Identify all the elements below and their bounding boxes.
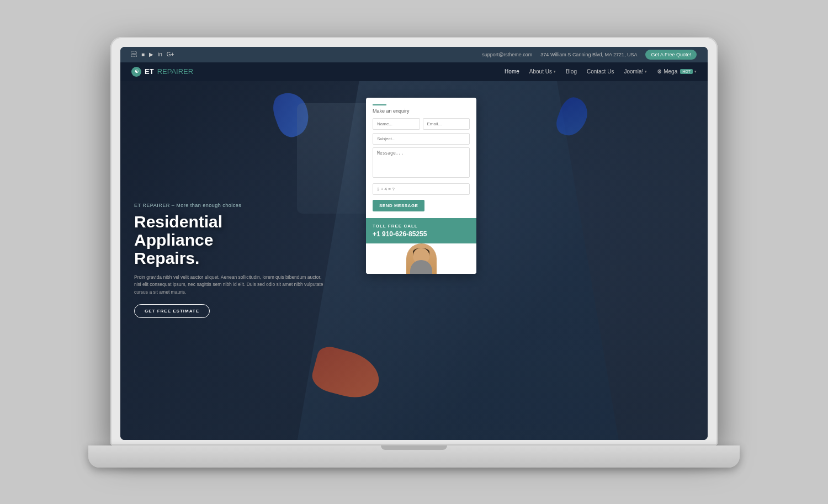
person-section — [366, 243, 476, 274]
mega-hot-badge: HOT — [680, 69, 693, 74]
nav-home[interactable]: Home — [505, 68, 519, 75]
hero-left: ET REPAIRER – More than enough choices R… — [134, 98, 355, 423]
googleplus-icon[interactable]: G+ — [167, 51, 174, 57]
toll-label: TOLL FREE CALL — [373, 224, 470, 229]
hero-description: Proin gravida nibh vel velit auctor aliq… — [134, 274, 327, 296]
form-accent-line — [373, 104, 386, 105]
form-title: Make an enquiry — [373, 108, 470, 114]
chevron-down-icon-2: ▾ — [645, 70, 647, 74]
laptop-wrapper:  ■ ▶ in G+ support@rstheme.com 374 Will… — [110, 37, 718, 468]
nav-links: Home About Us ▾ Blog Contact Us Joomla! … — [505, 68, 697, 75]
top-bar-right: support@rstheme.com 374 William S Cannin… — [482, 50, 697, 60]
person-body — [410, 260, 432, 274]
nav-mega[interactable]: ⚙ Mega HOT ▾ — [657, 68, 697, 75]
nav-contact[interactable]: Contact Us — [587, 68, 614, 75]
facebook-icon[interactable]:  — [131, 51, 137, 57]
laptop-body:  ■ ▶ in G+ support@rstheme.com 374 Will… — [110, 37, 718, 445]
hero-tagline: ET REPAIRER – More than enough choices — [134, 203, 355, 208]
website:  ■ ▶ in G+ support@rstheme.com 374 Will… — [120, 47, 708, 440]
captcha-input[interactable] — [373, 183, 470, 195]
form-name-email-row — [373, 118, 470, 130]
brand-et: ET — [145, 67, 154, 76]
toll-number: +1 910-626-85255 — [373, 230, 470, 238]
laptop-base — [88, 445, 740, 468]
nav-joomla[interactable]: Joomla! ▾ — [624, 68, 647, 75]
chevron-down-icon-3: ▾ — [694, 70, 697, 74]
subject-input[interactable] — [373, 133, 470, 145]
instagram-icon[interactable]: ■ — [141, 51, 145, 57]
chevron-down-icon: ▾ — [554, 70, 556, 74]
address-contact: 374 William S Canning Blvd, MA 2721, USA — [540, 52, 637, 57]
hero-title-line1: Residential — [134, 213, 222, 231]
form-section: Make an enquiry SEND MESSAGE — [366, 98, 476, 218]
laptop-screen:  ■ ▶ in G+ support@rstheme.com 374 Will… — [120, 47, 708, 440]
youtube-icon[interactable]: ▶ — [149, 51, 153, 57]
top-bar-social:  ■ ▶ in G+ — [131, 51, 174, 57]
brand-icon: ☯ — [131, 67, 141, 77]
message-textarea[interactable] — [373, 147, 470, 178]
nav-about[interactable]: About Us ▾ — [529, 68, 556, 75]
hero-title: Residential Appliance Repairs. — [134, 213, 355, 267]
hero-section: ET REPAIRER – More than enough choices R… — [120, 81, 708, 440]
linkedin-icon[interactable]: in — [158, 51, 162, 57]
toll-section: TOLL FREE CALL +1 910-626-85255 — [366, 218, 476, 243]
free-quote-button[interactable]: Get A Free Quote! — [645, 50, 697, 60]
brand-logo[interactable]: ☯ ET REPAIRER — [131, 67, 193, 77]
hero-content: ET REPAIRER – More than enough choices R… — [120, 81, 708, 440]
hero-title-line2: Appliance — [134, 231, 213, 249]
email-input[interactable] — [423, 118, 470, 130]
navbar: ☯ ET REPAIRER Home About Us ▾ Blog Conta… — [120, 62, 708, 81]
nav-blog[interactable]: Blog — [566, 68, 577, 75]
top-bar:  ■ ▶ in G+ support@rstheme.com 374 Will… — [120, 47, 708, 62]
estimate-button[interactable]: GET FREE ESTIMATE — [134, 304, 210, 318]
person-avatar — [406, 243, 437, 274]
contact-panel: Make an enquiry SEND MESSAGE — [366, 98, 476, 274]
email-contact: support@rstheme.com — [482, 52, 532, 57]
brand-repairer: REPAIRER — [157, 67, 194, 76]
name-input[interactable] — [373, 118, 420, 130]
hero-title-line3: Repairs. — [134, 249, 199, 267]
send-message-button[interactable]: SEND MESSAGE — [373, 200, 424, 211]
